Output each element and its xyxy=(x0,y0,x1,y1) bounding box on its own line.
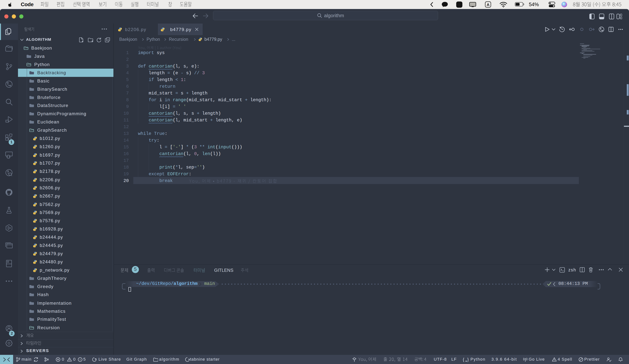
svg-text:{: { xyxy=(463,357,464,362)
svg-text:}: } xyxy=(467,357,469,362)
svg-text:A: A xyxy=(486,2,489,7)
